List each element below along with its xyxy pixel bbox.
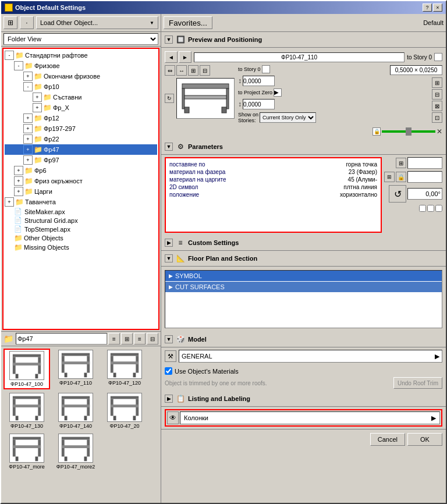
tree-item-frx[interactable]: + 📁 Фр_Х (5, 102, 157, 113)
undo-roof-button[interactable]: Undo Roof Trim (393, 377, 442, 389)
story-checkbox[interactable] (434, 53, 442, 61)
help-button[interactable]: ? (423, 3, 432, 12)
floor-toggle[interactable]: ▼ (165, 254, 173, 262)
size-icon-2[interactable]: ⊟ (432, 89, 442, 100)
tree-item-frizove[interactable]: - 📁 Фризове (5, 61, 157, 71)
param-input-1[interactable]: 1,0000 (407, 157, 442, 169)
tree-item-fr47[interactable]: + 📁 Фр47 (5, 144, 157, 155)
lock-icon[interactable]: 🔒 (372, 127, 381, 136)
expand-icon-tavancheta[interactable]: + (5, 197, 14, 207)
param-row-3[interactable]: материал на царгите 45 (Алуми- (168, 176, 378, 183)
expand-icon-fr10[interactable]: - (23, 82, 33, 91)
expand-icon-frizove[interactable]: - (14, 61, 23, 70)
checkbox-2[interactable] (427, 205, 434, 212)
expand-icon-fr97[interactable]: + (23, 155, 33, 165)
custom-toggle[interactable]: ▶ (165, 239, 173, 247)
load-object-button[interactable]: Load Other Object... ▼ (36, 16, 158, 29)
tree-item-tavancheta[interactable]: + 📁 Таванчета (5, 197, 157, 207)
view-btn-4[interactable]: ⊟ (147, 333, 158, 345)
symbol-expand[interactable]: ▶ (169, 273, 173, 279)
size-icon-4[interactable]: ⊡ (432, 112, 442, 123)
tree-item-other[interactable]: 📁 Other Objects (5, 233, 157, 243)
listing-toggle[interactable]: ▶ (165, 395, 173, 403)
project-check[interactable]: ▶ (274, 88, 282, 97)
rotate-icon[interactable]: ↻ (165, 94, 174, 103)
floor-plan-header[interactable]: ▼ 📐 Floor Plan and Section (161, 251, 446, 267)
green-line-handle[interactable] (406, 127, 411, 136)
tree-item-fr10[interactable]: - 📁 Фр10 (5, 81, 157, 92)
param-icon-2[interactable]: ⊞ (384, 172, 395, 182)
listing-section-header[interactable]: ▶ 📋 Listing and Labeling (161, 391, 446, 407)
param-row-4[interactable]: 2D символ плтна линия (168, 183, 378, 191)
view-btn-1[interactable]: ≡ (108, 333, 120, 345)
favorites-button[interactable]: Favorites... (164, 16, 212, 29)
stories-select[interactable]: Current Story Only (260, 112, 316, 123)
expand-icon-fr47[interactable]: + (23, 145, 33, 154)
tree-item-fr12[interactable]: + 📁 Фр12 (5, 113, 157, 123)
icon-item-1[interactable]: ФР10-47_100 (3, 349, 50, 389)
tree-item-sitemaker[interactable]: 📄 SiteMaker.apx (5, 207, 157, 216)
tree-item-structural[interactable]: 📄 Structural Grid.apx (5, 216, 157, 225)
tree-item-fr22[interactable]: + 📁 Фр22 (5, 134, 157, 144)
expand-icon[interactable]: - (5, 51, 14, 60)
view-btn-3[interactable]: ≡ (134, 333, 146, 345)
next-btn[interactable]: ► (179, 51, 191, 63)
use-materials-checkbox[interactable] (165, 367, 172, 375)
icon-item-8[interactable]: ФР10-47_more2 (52, 432, 99, 471)
ok-button[interactable]: OK (407, 433, 442, 446)
selected-path-input[interactable] (16, 333, 107, 345)
model-toggle[interactable]: ▼ (165, 335, 173, 343)
param-icon-3[interactable]: 🔒 (396, 172, 406, 182)
tree-item-okon[interactable]: + 📁 Окончани фризове (5, 71, 157, 81)
expand-icon-fr12[interactable]: + (23, 113, 33, 123)
koloni-button[interactable]: Колонки ▶ (180, 411, 440, 424)
size-icon-1[interactable]: ⊞ (432, 77, 442, 88)
story-check2[interactable] (262, 65, 270, 73)
tree-item-fr97[interactable]: + 📁 Фр97 (5, 155, 157, 165)
general-dropdown[interactable]: GENERAL ▶ (179, 350, 442, 363)
rotate-param-icon[interactable]: ↺ (389, 185, 406, 203)
tree-item-tsargi[interactable]: + 📁 Царги (5, 186, 157, 197)
preview-section-header[interactable]: ▼ 🔲 Preview and Positioning (161, 32, 446, 48)
tree-item-standarti[interactable]: - 📁 Стандартни рафтове (5, 50, 157, 61)
tree-item-friz-okr[interactable]: + 📁 Фриз окръжност (5, 176, 157, 186)
custom-settings-header[interactable]: ▶ ≡ Custom Settings (161, 235, 446, 251)
view-btn-2[interactable]: ⊞ (121, 333, 133, 345)
checkbox-1[interactable] (419, 205, 426, 212)
icon-item-3[interactable]: ФР10-47_120 (101, 349, 148, 389)
expand-icon-friz-okr[interactable]: + (14, 176, 23, 186)
cut-surfaces-row[interactable]: ▶ CUT SURFACES (165, 282, 442, 292)
height-input-1[interactable] (243, 76, 275, 86)
checkbox-3[interactable] (435, 205, 442, 212)
tree-item-sastavni[interactable]: + 📁 Съставни (5, 92, 157, 102)
tree-item-fr6[interactable]: + 📁 Фр6 (5, 165, 157, 176)
icon-item-2[interactable]: ФР10-47_110 (52, 349, 99, 389)
cancel-button[interactable]: Cancel (370, 433, 405, 446)
side-icon-1[interactable]: ⇔ (165, 65, 175, 76)
icon-item-7[interactable]: ФР10-47_more (3, 432, 50, 471)
side-icon-2[interactable]: ↔ (176, 65, 187, 76)
expand-icon-frx[interactable]: + (33, 103, 42, 112)
tree-item-topstempel[interactable]: 📄 TopStempel.apx (5, 225, 157, 233)
side-icon-3[interactable]: ⊞ (188, 65, 198, 76)
size-icon-3[interactable]: ⊠ (432, 101, 442, 111)
param-icon-1[interactable]: ⊞ (396, 158, 406, 168)
model-section-header[interactable]: ▼ 🎲 Model (161, 332, 446, 347)
expand-icon-fr197[interactable]: + (23, 124, 33, 133)
height-input-2[interactable] (243, 99, 275, 109)
params-toggle[interactable]: ▼ (165, 143, 173, 151)
close-button[interactable]: × (433, 3, 442, 12)
icon-item-5[interactable]: ФР10-47_140 (52, 392, 99, 430)
folder-view-select[interactable]: Folder View (3, 33, 158, 45)
param-row-2[interactable]: материал на фазера 23 (Фазер) (168, 168, 378, 176)
symbol-row[interactable]: ▶ SYMBOL (165, 271, 442, 281)
param-input-2[interactable]: 1,0000 (407, 171, 442, 183)
cut-expand[interactable]: ▶ (169, 284, 173, 290)
expand-icon-fr6[interactable]: + (14, 166, 23, 175)
param-row-5[interactable]: положение хоризонтално (168, 191, 378, 198)
expand-icon-sastavni[interactable]: + (33, 93, 42, 102)
preview-toggle[interactable]: ▼ (165, 36, 173, 44)
expand-icon-fr22[interactable]: + (23, 134, 33, 144)
side-icon-4[interactable]: ⊟ (200, 65, 210, 76)
param-row-1[interactable]: поставяне по горна точка (168, 161, 378, 168)
